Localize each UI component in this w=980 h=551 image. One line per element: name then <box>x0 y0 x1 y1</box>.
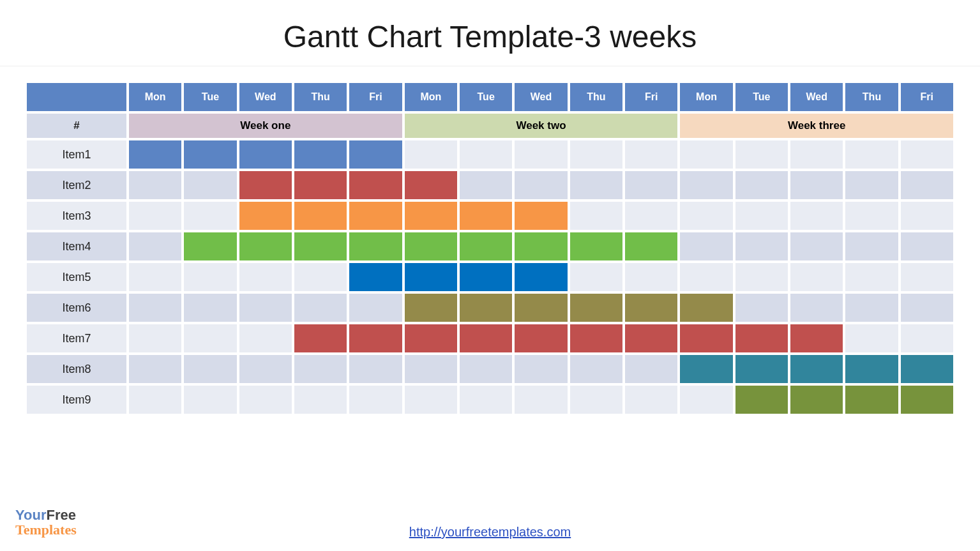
gantt-empty-cell <box>403 139 458 170</box>
gantt-empty-cell <box>348 354 403 384</box>
gantt-empty-cell <box>844 262 899 292</box>
gantt-bar-cell <box>403 170 458 200</box>
gantt-bar-cell <box>458 323 513 354</box>
gantt-bar-cell <box>348 323 403 354</box>
day-header: Tue <box>458 82 513 112</box>
gantt-empty-cell <box>293 262 348 292</box>
gantt-empty-cell <box>624 139 679 170</box>
gantt-bar-cell <box>513 323 568 354</box>
gantt-empty-cell <box>679 384 734 415</box>
day-header: Mon <box>679 82 734 112</box>
gantt-empty-cell <box>679 170 734 200</box>
gantt-empty-cell <box>183 354 237 384</box>
gantt-empty-cell <box>348 384 403 415</box>
week-row-hash: # <box>26 112 128 139</box>
gantt-empty-cell <box>183 170 237 200</box>
gantt-empty-cell <box>128 200 183 231</box>
gantt-bar-cell <box>513 231 568 262</box>
gantt-bar-cell <box>403 200 458 231</box>
gantt-bar-cell <box>403 262 458 292</box>
gantt-bar-cell <box>293 200 348 231</box>
gantt-empty-cell <box>569 200 624 231</box>
gantt-empty-cell <box>348 292 403 323</box>
gantt-empty-cell <box>238 262 293 292</box>
gantt-empty-cell <box>513 354 568 384</box>
gantt-empty-cell <box>844 139 899 170</box>
gantt-empty-cell <box>734 139 789 170</box>
gantt-bar-cell <box>569 292 624 323</box>
gantt-bar-cell <box>348 200 403 231</box>
gantt-bar-cell <box>293 323 348 354</box>
item-label: Item8 <box>26 354 128 384</box>
gantt-empty-cell <box>844 200 899 231</box>
logo-word-free: Free <box>46 507 75 523</box>
item-label: Item2 <box>26 170 128 200</box>
gantt-empty-cell <box>900 200 954 231</box>
day-header: Wed <box>513 82 568 112</box>
gantt-empty-cell <box>183 262 237 292</box>
gantt-empty-cell <box>900 170 954 200</box>
item-label: Item5 <box>26 262 128 292</box>
gantt-empty-cell <box>734 262 789 292</box>
gantt-empty-cell <box>128 262 183 292</box>
day-header: Thu <box>569 82 624 112</box>
gantt-bar-cell <box>569 323 624 354</box>
gantt-empty-cell <box>624 170 679 200</box>
gantt-empty-cell <box>458 170 513 200</box>
gantt-empty-cell <box>569 139 624 170</box>
gantt-empty-cell <box>238 354 293 384</box>
gantt-empty-cell <box>569 354 624 384</box>
gantt-empty-cell <box>293 354 348 384</box>
gantt-bar-cell <box>458 200 513 231</box>
gantt-empty-cell <box>900 139 954 170</box>
gantt-empty-cell <box>403 354 458 384</box>
day-header: Tue <box>734 82 789 112</box>
gantt-bar-cell <box>844 354 899 384</box>
gantt-bar-cell <box>624 292 679 323</box>
gantt-empty-cell <box>900 262 954 292</box>
gantt-bar-cell <box>513 292 568 323</box>
gantt-empty-cell <box>844 231 899 262</box>
item-label: Item3 <box>26 200 128 231</box>
gantt-empty-cell <box>569 170 624 200</box>
gantt-bar-cell <box>734 323 789 354</box>
gantt-empty-cell <box>900 323 954 354</box>
gantt-bar-cell <box>403 231 458 262</box>
gantt-empty-cell <box>679 200 734 231</box>
item-label: Item7 <box>26 323 128 354</box>
item-label: Item6 <box>26 292 128 323</box>
day-header: Wed <box>789 82 844 112</box>
gantt-empty-cell <box>789 200 844 231</box>
gantt-bar-cell <box>900 384 954 415</box>
gantt-bar-cell <box>183 139 237 170</box>
gantt-bar-cell <box>513 262 568 292</box>
gantt-bar-cell <box>348 139 403 170</box>
gantt-empty-cell <box>403 384 458 415</box>
gantt-empty-cell <box>624 262 679 292</box>
day-header: Wed <box>238 82 293 112</box>
gantt-bar-cell <box>238 170 293 200</box>
gantt-empty-cell <box>183 200 237 231</box>
footer-link[interactable]: http://yourfreetemplates.com <box>409 525 571 540</box>
gantt-bar-cell <box>348 262 403 292</box>
week-label: Week two <box>403 112 679 139</box>
page-title: Gantt Chart Template-3 weeks <box>0 0 980 66</box>
gantt-bar-cell <box>679 292 734 323</box>
gantt-bar-cell <box>513 200 568 231</box>
day-header: Thu <box>844 82 899 112</box>
item-label: Item4 <box>26 231 128 262</box>
gantt-empty-cell <box>844 170 899 200</box>
gantt-bar-cell <box>348 170 403 200</box>
gantt-empty-cell <box>789 170 844 200</box>
gantt-bar-cell <box>293 231 348 262</box>
gantt-bar-cell <box>183 231 237 262</box>
gantt-empty-cell <box>183 323 237 354</box>
gantt-empty-cell <box>128 292 183 323</box>
gantt-empty-cell <box>458 384 513 415</box>
day-header: Tue <box>183 82 237 112</box>
gantt-empty-cell <box>513 139 568 170</box>
gantt-bar-cell <box>458 262 513 292</box>
gantt-empty-cell <box>789 231 844 262</box>
gantt-bar-cell <box>238 139 293 170</box>
gantt-bar-cell <box>293 139 348 170</box>
